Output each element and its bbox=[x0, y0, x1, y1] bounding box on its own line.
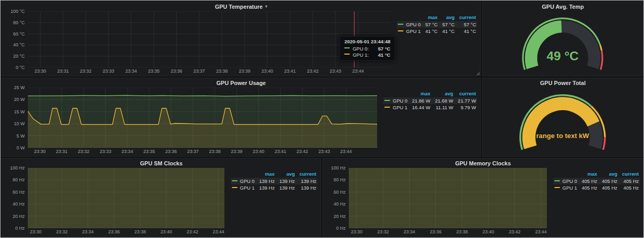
panel-gpu-memory-clocks: GPU Memory Clocks 0 Hz20 Hz40 Hz60 Hz80 … bbox=[323, 158, 643, 237]
legend-header-max: max bbox=[578, 171, 598, 178]
x-tick-label: 23:35 bbox=[148, 69, 160, 74]
panel-title-gpu-avg-temp[interactable]: GPU Avg. Temp bbox=[483, 2, 643, 11]
legend-header-max: max bbox=[256, 171, 276, 178]
x-tick-label: 23:38 bbox=[216, 69, 228, 74]
panel-body: 0 Hz20 Hz40 Hz60 Hz80 Hz100 Hz 23:3023:3… bbox=[4, 168, 318, 235]
panel-title-gpu-temperature[interactable]: GPU Temperature ▾ bbox=[2, 2, 480, 11]
chart-canvas bbox=[28, 88, 377, 148]
panel-title-gpu-memory-clocks[interactable]: GPU Memory Clocks bbox=[323, 159, 643, 168]
legend-value-avg: 11.11 W bbox=[431, 104, 454, 111]
panel-title-gpu-sm-clocks[interactable]: GPU SM Clocks bbox=[2, 159, 320, 168]
x-tick-label: 23:39 bbox=[239, 69, 250, 74]
panel-gpu-power-usage: GPU Power Usage 0 W5 W10 W15 W20 W25 W 2… bbox=[2, 78, 481, 157]
plot-area[interactable]: 2020-05-01 23:44:48 GPU 0:57 °CGPU 1:41 … bbox=[28, 11, 391, 67]
x-tick-label: 23:36 bbox=[171, 69, 182, 74]
panel-gpu-power-total: GPU Power Total range to text kW bbox=[482, 78, 643, 157]
series-color-dash-icon bbox=[384, 100, 390, 101]
x-tick-label: 23:37 bbox=[187, 149, 199, 154]
x-tick-label: 23:32 bbox=[377, 229, 389, 234]
y-tick-label: 5 W bbox=[16, 133, 25, 139]
x-tick-label: 23:34 bbox=[125, 69, 137, 74]
panel-gpu-avg-temp: GPU Avg. Temp 49 °C bbox=[482, 2, 643, 76]
y-tick-label: 0 °C bbox=[15, 65, 25, 70]
y-tick-label: 100 °C bbox=[10, 9, 25, 14]
legend-series-name[interactable]: GPU 1 bbox=[231, 184, 256, 191]
x-tick-label: 23:32 bbox=[78, 149, 90, 154]
legend-value-avg: 41 °C bbox=[438, 28, 455, 35]
y-tick-label: 40 Hz bbox=[12, 201, 25, 207]
plot-area[interactable] bbox=[28, 168, 225, 228]
x-axis: 23:3023:3123:3223:3323:3423:3523:3623:37… bbox=[28, 148, 377, 155]
panel-gpu-temperature: GPU Temperature ▾ 0 °C20 °C40 °C60 °C80 … bbox=[2, 2, 481, 76]
legend-value-max: 21.86 W bbox=[409, 97, 431, 104]
legend-series-name[interactable]: GPU 0 bbox=[383, 97, 409, 104]
x-tick-label: 23:30 bbox=[30, 229, 42, 234]
x-tick-label: 23:32 bbox=[56, 229, 68, 234]
y-axis: 0 °C20 °C40 °C60 °C80 °C100 °C bbox=[4, 11, 28, 67]
gauge-threshold-ring bbox=[603, 138, 605, 150]
series-color-dash-icon bbox=[398, 24, 403, 25]
panel-title-gpu-power-usage[interactable]: GPU Power Usage bbox=[2, 78, 480, 88]
legend-header-avg: avg bbox=[598, 171, 618, 178]
x-tick-label: 23:30 bbox=[34, 149, 46, 154]
y-tick-label: 0 W bbox=[16, 145, 25, 150]
legend: maxavgcurrentGPU 0405 Hz405 Hz405 HzGPU … bbox=[547, 168, 641, 235]
plot-area[interactable] bbox=[349, 168, 547, 228]
legend-header-avg: avg bbox=[276, 171, 296, 178]
tooltip-series-name: GPU 1: bbox=[352, 52, 368, 58]
legend-value-avg: 21.68 W bbox=[431, 97, 454, 104]
y-tick-label: 20 Hz bbox=[12, 214, 25, 219]
legend-row: GPU 0405 Hz405 Hz405 Hz bbox=[553, 178, 640, 184]
series-fill-gpu-1 bbox=[349, 168, 547, 228]
x-tick-label: 23:38 bbox=[209, 149, 221, 154]
x-tick-label: 23:38 bbox=[456, 229, 468, 234]
legend-row: GPU 1139 Hz139 Hz139 Hz bbox=[231, 184, 317, 191]
legend-header-current: current bbox=[296, 171, 317, 178]
series-color-dash-icon bbox=[232, 187, 238, 188]
x-tick-label: 23:44 bbox=[213, 229, 225, 234]
legend-series-name[interactable]: GPU 0 bbox=[397, 21, 422, 28]
gauge: range to text kW bbox=[483, 88, 643, 154]
panel-title: GPU Avg. Temp bbox=[542, 4, 584, 10]
tooltip-series-value: 41 °C bbox=[372, 52, 391, 58]
legend-value-max: 405 Hz bbox=[578, 178, 598, 184]
x-tick-label: 23:44 bbox=[340, 149, 352, 154]
gauge-canvas: 49 °C bbox=[501, 11, 624, 74]
series-color-dash-icon bbox=[554, 180, 560, 181]
y-tick-label: 15 W bbox=[14, 109, 25, 114]
legend-series-name[interactable]: GPU 1 bbox=[383, 104, 409, 111]
legend-series-name[interactable]: GPU 0 bbox=[553, 178, 579, 184]
x-tick-label: 23:38 bbox=[134, 229, 146, 234]
x-tick-label: 23:43 bbox=[318, 149, 330, 154]
x-tick-label: 23:42 bbox=[307, 69, 319, 74]
panel-title: GPU Power Total bbox=[540, 80, 585, 86]
legend-value-max: 139 Hz bbox=[256, 178, 276, 184]
legend-series-name[interactable]: GPU 1 bbox=[397, 28, 422, 35]
chart-canvas bbox=[28, 168, 225, 228]
legend-row: GPU 021.86 W21.68 W21.77 W bbox=[383, 97, 477, 104]
y-tick-label: 10 W bbox=[14, 121, 25, 126]
x-tick-label: 23:41 bbox=[284, 69, 296, 74]
y-axis: 0 W5 W10 W15 W20 W25 W bbox=[4, 88, 28, 148]
legend-value-avg: 139 Hz bbox=[276, 178, 296, 184]
x-tick-label: 23:40 bbox=[262, 69, 274, 74]
series-color-dash-icon bbox=[344, 54, 350, 55]
panel-title-gpu-power-total[interactable]: GPU Power Total bbox=[483, 78, 643, 88]
legend-header-avg: avg bbox=[438, 14, 455, 21]
panel-resize-handle[interactable] bbox=[476, 72, 480, 75]
panel-title: GPU Power Usage bbox=[216, 80, 266, 86]
x-tick-label: 23:33 bbox=[103, 69, 114, 74]
x-tick-label: 23:37 bbox=[193, 69, 205, 74]
legend-series-name[interactable]: GPU 1 bbox=[553, 184, 579, 191]
legend: maxavgcurrentGPU 057 °C57 °C57 °CGPU 141… bbox=[391, 11, 478, 75]
legend-series-name[interactable]: GPU 0 bbox=[231, 178, 256, 184]
panel-body: 0 °C20 °C40 °C60 °C80 °C100 °C 2020-05-0… bbox=[4, 11, 478, 75]
series-color-dash-icon bbox=[344, 47, 350, 48]
series-color-dash-icon bbox=[398, 30, 403, 31]
chart-canvas bbox=[28, 11, 391, 67]
grafana-dashboard: GPU Temperature ▾ 0 °C20 °C40 °C60 °C80 … bbox=[0, 0, 644, 238]
legend-value-current: 57 °C bbox=[455, 21, 477, 28]
plot-area[interactable] bbox=[28, 88, 377, 148]
tooltip-timestamp: 2020-05-01 23:44:48 bbox=[344, 39, 390, 44]
legend-header-current: current bbox=[455, 14, 477, 21]
